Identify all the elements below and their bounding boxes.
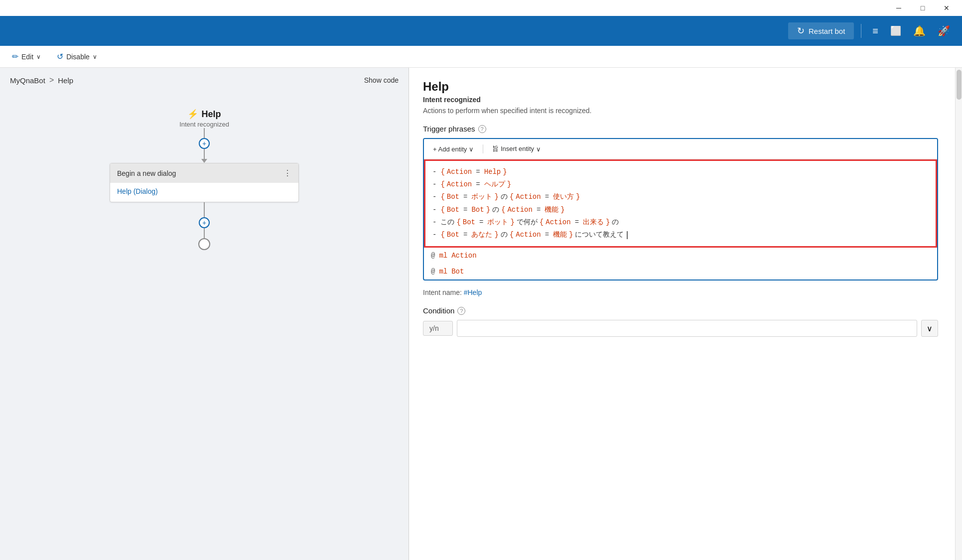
- trigger-line-4: - {Bot=Bot}の{Action=機能}: [432, 204, 929, 216]
- entity2-type: ml: [439, 268, 447, 276]
- trigger-line-3: - {Bot=ボット}の{Action=使い方}: [432, 191, 929, 203]
- menu-icon: ≡: [872, 25, 878, 37]
- disable-label: Disable: [66, 53, 90, 61]
- canvas-area: MyQnaBot > Help Show code ⚡ Help Intent …: [0, 68, 409, 560]
- intent-name-section: Intent name: #Help: [423, 288, 938, 296]
- insert-entity-label: 旨 Insert entity: [492, 144, 534, 153]
- entity2-name: Bot: [451, 268, 464, 276]
- flow-card-header: Begin a new dialog ⋮: [110, 163, 298, 183]
- condition-title: Condition ?: [423, 306, 938, 315]
- trigger-line-6: - {Bot=あなた}の{Action=機能}について教えて: [432, 229, 929, 241]
- trigger-line-2: - {Action=ヘルプ}: [432, 178, 929, 191]
- restart-icon: ↻: [797, 25, 805, 36]
- right-panel: Help Intent recognized Actions to perfor…: [409, 68, 962, 560]
- add-entity-button[interactable]: + Add entity ∨: [430, 144, 477, 154]
- scrollbar-thumb[interactable]: [957, 70, 962, 100]
- flow-line-3: [204, 202, 205, 217]
- edit-chevron: ∨: [36, 53, 41, 60]
- text-cursor: [627, 231, 628, 239]
- canvas-header: MyQnaBot > Help Show code: [0, 68, 409, 89]
- bell-icon-button[interactable]: 🔔: [909, 23, 930, 39]
- trigger-content[interactable]: - {Action=Help} - {Action=ヘルプ} - {Bot=ボッ…: [424, 159, 937, 248]
- entity1-type: ml: [439, 252, 447, 260]
- flow-line-4: [204, 228, 205, 238]
- toolbar: ✏ Edit ∨ ↺ Disable ∨: [0, 46, 962, 68]
- maximize-button[interactable]: □: [911, 0, 934, 16]
- bell-icon: 🔔: [913, 25, 926, 37]
- rocket-icon: 🚀: [938, 25, 950, 37]
- flow-line-2: [204, 149, 205, 159]
- trigger-subtitle: Intent recognized: [179, 121, 229, 128]
- breadcrumb-current: Help: [58, 76, 73, 85]
- restart-bot-label: Restart bot: [809, 27, 845, 35]
- entity-line-2: @ ml Bot: [424, 264, 937, 280]
- entity1-name: Action: [451, 252, 476, 260]
- edit-label: Edit: [21, 53, 33, 61]
- panel-description: Actions to perform when specified intent…: [423, 107, 938, 115]
- disable-icon: ↺: [57, 52, 63, 61]
- flow-arrow: [201, 159, 207, 163]
- trigger-phrases-box: + Add entity ∨ 旨 Insert entity ∨ - {Acti…: [423, 138, 938, 280]
- intent-name-label: Intent name:: [423, 288, 462, 296]
- trigger-icon: ⚡: [187, 109, 198, 120]
- rocket-icon-button[interactable]: 🚀: [934, 23, 954, 39]
- restart-bot-button[interactable]: ↻ Restart bot: [788, 22, 854, 39]
- trigger-box-toolbar: + Add entity ∨ 旨 Insert entity ∨: [424, 139, 937, 159]
- minimize-button[interactable]: ─: [887, 0, 910, 16]
- flow-card-title: Begin a new dialog: [117, 169, 176, 177]
- chat-icon-button[interactable]: ⬜: [886, 23, 905, 38]
- trigger-line-1: - {Action=Help}: [432, 166, 929, 178]
- panel-subtitle: Intent recognized: [423, 96, 938, 104]
- flow-diagram: ⚡ Help Intent recognized + Begin a new d…: [0, 89, 409, 250]
- breadcrumb: MyQnaBot > Help: [10, 76, 73, 85]
- condition-row: y/n ∨: [423, 320, 938, 337]
- disable-chevron: ∨: [93, 53, 97, 60]
- flow-card-link[interactable]: Help (Dialog): [117, 187, 158, 195]
- condition-section: Condition ? y/n ∨: [423, 306, 938, 337]
- edit-button[interactable]: ✏ Edit ∨: [8, 50, 45, 63]
- disable-button[interactable]: ↺ Disable ∨: [53, 50, 101, 63]
- breadcrumb-root: MyQnaBot: [10, 76, 45, 85]
- breadcrumb-separator: >: [49, 76, 54, 85]
- add-step-button-1[interactable]: +: [199, 138, 210, 149]
- trigger-node: ⚡ Help Intent recognized: [179, 109, 229, 128]
- right-scrollbar: [955, 68, 962, 560]
- toolbar-divider: [483, 144, 483, 153]
- insert-entity-button[interactable]: 旨 Insert entity ∨: [489, 143, 544, 155]
- add-step-button-2[interactable]: +: [199, 217, 210, 228]
- header-bar: ↻ Restart bot ≡ ⬜ 🔔 🚀: [0, 16, 962, 46]
- add-entity-chevron: ∨: [469, 145, 474, 153]
- condition-label: Condition: [423, 306, 454, 315]
- trigger-line-5: - この{Bot=ボット}で何が{Action=出来る}の: [432, 216, 929, 229]
- entity-line-1: @ ml Action: [424, 248, 937, 264]
- flow-card-body: Help (Dialog): [110, 183, 298, 202]
- trigger-label: ⚡ Help Intent recognized: [179, 109, 229, 128]
- flow-line-1: [204, 128, 205, 138]
- condition-chevron[interactable]: ∨: [921, 320, 938, 337]
- main-layout: MyQnaBot > Help Show code ⚡ Help Intent …: [0, 68, 962, 560]
- trigger-title: ⚡ Help: [187, 109, 221, 120]
- flow-card-menu-button[interactable]: ⋮: [283, 168, 291, 178]
- condition-input[interactable]: [457, 320, 917, 337]
- insert-entity-chevron: ∨: [536, 145, 541, 153]
- show-code-button[interactable]: Show code: [364, 76, 399, 84]
- close-button[interactable]: ✕: [935, 0, 958, 16]
- edit-icon: ✏: [12, 52, 18, 61]
- condition-yn: y/n: [423, 321, 453, 336]
- entity1-at: @: [431, 252, 435, 260]
- chat-icon: ⬜: [890, 25, 901, 36]
- condition-help-icon[interactable]: ?: [457, 307, 465, 315]
- entity2-at: @: [431, 268, 435, 276]
- trigger-phrases-section-title: Trigger phrases ?: [423, 125, 938, 133]
- add-entity-label: + Add entity: [433, 145, 467, 153]
- intent-name-value: #Help: [464, 288, 482, 296]
- title-bar: ─ □ ✕: [0, 0, 962, 16]
- flow-end-node: [198, 238, 210, 250]
- trigger-name: Help: [201, 109, 221, 120]
- trigger-phrases-label: Trigger phrases: [423, 125, 475, 133]
- header-divider: [861, 24, 861, 38]
- trigger-phrases-help-icon[interactable]: ?: [478, 125, 486, 133]
- dialog-card: Begin a new dialog ⋮ Help (Dialog): [110, 163, 299, 202]
- menu-icon-button[interactable]: ≡: [868, 23, 882, 39]
- panel-title: Help: [423, 80, 938, 94]
